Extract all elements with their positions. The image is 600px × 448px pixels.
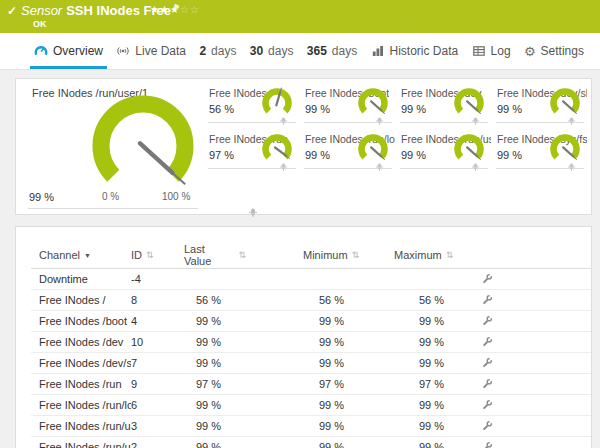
cell-channel[interactable]: Free INodes / (31, 294, 131, 306)
channel-settings-wrench-icon[interactable] (481, 315, 493, 327)
channel-settings-wrench-icon[interactable] (481, 441, 493, 448)
tab-unit: days (268, 44, 293, 58)
tab-30-days[interactable]: 30 days (246, 33, 298, 69)
status-badge: OK (33, 19, 47, 29)
small-gauge-value: 56 % (209, 103, 234, 115)
small-gauge-cell[interactable]: Free INodes /sys/fs/cg... 99 % (494, 129, 590, 175)
channel-settings-wrench-icon[interactable] (481, 378, 493, 390)
tab-label: Historic Data (390, 44, 459, 58)
gauge-pin-icon[interactable] (280, 117, 287, 125)
small-gauge-cell[interactable]: Free INodes /run/lock 99 % (302, 129, 398, 175)
cell-last-value: 99 % (184, 315, 246, 327)
sort-icon: ⇅ (238, 250, 246, 260)
small-gauge-value: 99 % (401, 149, 426, 161)
cell-channel[interactable]: Free INodes /run (31, 378, 131, 390)
column-header-last-value[interactable]: Last Value ⇅ (184, 243, 246, 267)
column-header-channel[interactable]: Channel ▼ (31, 249, 131, 261)
main-gauge-min-label: 0 % (102, 191, 119, 202)
table-body: Downtime -4 Free INodes / 8 56 % 56 % 56… (16, 269, 591, 448)
sort-icon: ⇅ (352, 250, 360, 260)
small-gauge-value: 99 % (497, 149, 522, 161)
priority-stars[interactable]: ★★★☆☆ (150, 4, 200, 15)
table-row: Free INodes /run/user/1 3 99 % 99 % 99 % (31, 416, 591, 437)
small-gauge-cell[interactable]: Free INodes /boot 99 % (302, 83, 398, 129)
cell-maximum: 99 % (361, 336, 466, 348)
cell-last-value: 56 % (184, 294, 246, 306)
tab-label: Overview (53, 44, 103, 58)
gauge-pin-icon[interactable] (376, 163, 383, 171)
status-ok-icon: ✓ (7, 4, 17, 18)
small-gauge-cell[interactable]: Free INodes /run 97 % (206, 129, 302, 175)
channel-settings-wrench-icon[interactable] (481, 336, 493, 348)
tab-bar: Overview Live Data 2 days 30 days 365 da… (0, 33, 600, 70)
small-gauge-cell[interactable]: Free INodes / 56 % (206, 83, 302, 129)
tab-log[interactable]: Log (468, 33, 515, 69)
tab-overview[interactable]: Overview (30, 33, 107, 69)
gauge-pin-icon[interactable] (280, 163, 287, 171)
cell-maximum: 99 % (361, 441, 466, 448)
small-gauge (355, 132, 391, 168)
channel-settings-wrench-icon[interactable] (481, 357, 493, 369)
small-gauge-cell[interactable]: Free INodes /dev/shm 99 % (494, 83, 590, 129)
tab-live-data[interactable]: Live Data (112, 33, 190, 69)
column-header-id[interactable]: ID ⇅ (131, 249, 184, 261)
cell-channel[interactable]: Free INodes /boot (31, 315, 131, 327)
cell-last-value: 99 % (184, 336, 246, 348)
live-data-icon (116, 44, 130, 58)
sort-desc-icon: ▼ (84, 252, 91, 259)
gauge-pin-icon[interactable] (568, 117, 575, 125)
small-gauge (451, 86, 487, 122)
column-header-maximum[interactable]: Maximum ⇅ (361, 249, 466, 261)
sensor-header: ✓ SensorSSH INodes Free⚑ ★★★☆☆ OK (0, 0, 600, 34)
cell-id: 6 (131, 399, 184, 411)
gauge-pin-icon[interactable] (249, 208, 257, 217)
cell-minimum: 99 % (246, 441, 361, 448)
channel-settings-wrench-icon[interactable] (481, 273, 493, 285)
channel-table-panel: Channel ▼ ID ⇅ Last Value ⇅ Minimum ⇅ Ma… (15, 226, 592, 448)
tab-365-days[interactable]: 365 days (303, 33, 361, 69)
small-gauge (451, 132, 487, 168)
tab-historic-data[interactable]: Historic Data (367, 33, 463, 69)
small-gauge-value: 97 % (209, 149, 234, 161)
cell-channel[interactable]: Free INodes /run/lock (31, 399, 131, 411)
cell-id: 10 (131, 336, 184, 348)
cell-id: 9 (131, 378, 184, 390)
cell-id: 4 (131, 315, 184, 327)
sort-icon: ⇅ (446, 250, 454, 260)
cell-id: 2 (131, 441, 184, 448)
prtg-sensor-page: { "header": { "kind_label": "Sensor", "t… (0, 0, 600, 448)
small-gauge-cell[interactable]: Free INodes /run/user/... 99 % (398, 129, 494, 175)
tab-settings[interactable]: ⚙ Settings (520, 33, 588, 69)
main-gauge-value: 99 % (29, 191, 54, 203)
gauge-pin-icon[interactable] (472, 117, 479, 125)
cell-channel[interactable]: Downtime (31, 273, 131, 285)
cell-maximum: 97 % (361, 378, 466, 390)
cell-id: 7 (131, 357, 184, 369)
small-gauges-grid: Free INodes / 56 % Free INodes /boot 99 … (206, 83, 590, 175)
cell-maximum: 56 % (361, 294, 466, 306)
cell-channel[interactable]: Free INodes /dev/shm (31, 357, 131, 369)
cell-channel[interactable]: Free INodes /run/user/1 (31, 441, 131, 448)
tab-2-days[interactable]: 2 days (195, 33, 240, 69)
gauge-pin-icon[interactable] (568, 163, 575, 171)
main-gauge-block[interactable]: Free INodes /run/user/1 99 % 0 % 100 % (16, 79, 211, 214)
column-header-minimum[interactable]: Minimum ⇅ (246, 249, 361, 261)
cell-channel[interactable]: Free INodes /dev (31, 336, 131, 348)
table-row: Downtime -4 (31, 269, 591, 290)
small-gauge-cell[interactable]: Free INodes /dev 99 % (398, 83, 494, 129)
gauge-pin-icon[interactable] (376, 117, 383, 125)
gauge-icon (34, 44, 48, 58)
tab-number: 365 (307, 44, 327, 58)
cell-minimum: 99 % (246, 357, 361, 369)
small-gauge-value: 99 % (305, 103, 330, 115)
cell-id: -4 (131, 273, 184, 285)
small-gauge (259, 132, 295, 168)
channel-settings-wrench-icon[interactable] (481, 420, 493, 432)
tab-label: Settings (541, 44, 584, 58)
cell-channel[interactable]: Free INodes /run/user/1 (31, 420, 131, 432)
channel-settings-wrench-icon[interactable] (481, 294, 493, 306)
cell-maximum: 99 % (361, 357, 466, 369)
column-label: Last Value (184, 243, 234, 267)
channel-settings-wrench-icon[interactable] (481, 399, 493, 411)
gauge-pin-icon[interactable] (472, 163, 479, 171)
